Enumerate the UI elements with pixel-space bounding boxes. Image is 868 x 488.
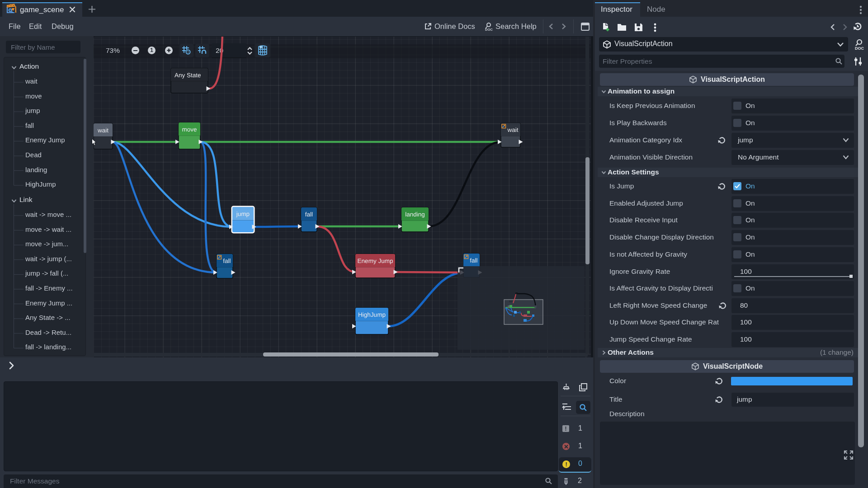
svg-text:jump: jump [236, 211, 250, 217]
svg-text:Any State: Any State [175, 72, 201, 79]
svg-text:HighJump: HighJump [358, 311, 386, 318]
svg-text:wait: wait [97, 127, 108, 134]
svg-text:Enemy Jump: Enemy Jump [358, 258, 393, 264]
svg-text:fall: fall [223, 258, 231, 264]
svg-text:move: move [182, 126, 197, 133]
svg-text:wait: wait [507, 127, 518, 133]
svg-text:landing: landing [405, 211, 425, 218]
svg-text:fall: fall [470, 257, 477, 264]
svg-text:DOC: DOC [485, 28, 493, 32]
svg-text:DOC: DOC [855, 46, 864, 51]
svg-text:fall: fall [305, 211, 313, 218]
